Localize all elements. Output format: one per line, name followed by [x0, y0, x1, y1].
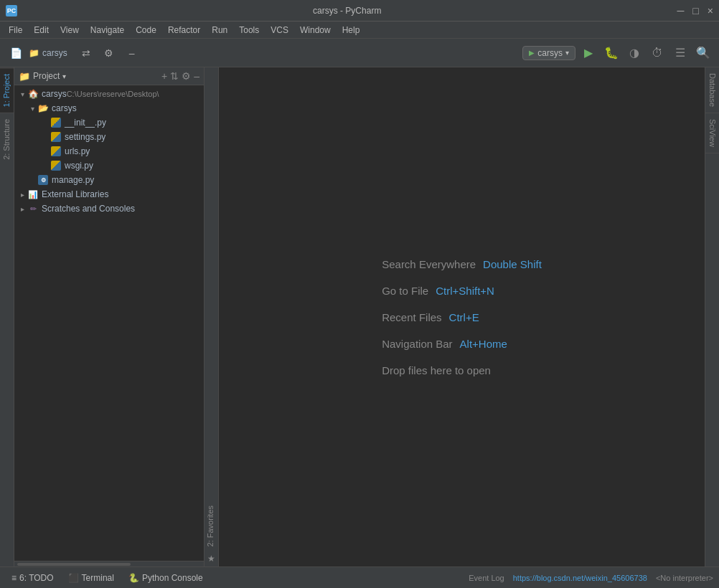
sidebar-header: 📁 Project ▾ + ⇅ ⚙ –: [14, 67, 204, 85]
menu-vcs[interactable]: VCS: [265, 24, 294, 37]
ext-lib-arrow-icon: ▸: [17, 191, 27, 199]
sync-folders-button[interactable]: ⇄: [76, 43, 96, 63]
todo-label: 6: TODO: [19, 573, 54, 583]
bottom-status: Event Log https://blog.csdn.net/weixin_4…: [469, 574, 713, 582]
sidebar-settings-button[interactable]: ⚙: [182, 70, 191, 82]
sciview-tab[interactable]: SciView: [705, 113, 719, 153]
project-tab[interactable]: 1: Project: [0, 67, 14, 113]
todo-tab[interactable]: ≡ 6: TODO: [6, 572, 60, 584]
recent-files-row: Recent Files Ctrl+E: [382, 311, 479, 323]
project-folder-icon: 📁: [29, 48, 39, 58]
editor-area: Search Everywhere Double Shift Go to Fil…: [219, 67, 705, 566]
coverage-button[interactable]: ◑: [624, 43, 644, 63]
debug-button[interactable]: 🐛: [601, 43, 621, 63]
menu-view[interactable]: View: [55, 24, 85, 37]
scroll-to-file-button[interactable]: ⇅: [170, 70, 179, 82]
menu-run[interactable]: Run: [206, 24, 233, 37]
structure-tab[interactable]: 2: Structure: [0, 113, 14, 166]
menu-code[interactable]: Code: [130, 24, 162, 37]
event-log-link[interactable]: Event Log: [469, 574, 504, 582]
sidebar-header-icons: + ⇅ ⚙ –: [161, 70, 199, 82]
left-tab-bar: 1: Project 2: Structure: [0, 67, 14, 566]
menu-refactor[interactable]: Refactor: [162, 24, 206, 37]
sidebar-scrollbar-thumb: [17, 563, 131, 566]
title-bar-left: PC: [6, 5, 17, 16]
terminal-icon: ⬛: [68, 573, 79, 583]
favorites-bar: 2: Favorites ★: [205, 67, 219, 566]
minimize-button[interactable]: ─: [677, 5, 684, 16]
title-bar-center: carsys - PyCharm: [313, 6, 381, 16]
run-config-dropdown[interactable]: ▶ carsys ▾: [522, 46, 575, 60]
goto-file-shortcut[interactable]: Ctrl+Shift+N: [436, 285, 494, 297]
drop-files-row: Drop files here to open: [382, 364, 491, 376]
settings-py-item[interactable]: settings.py: [14, 130, 204, 144]
run-config-chevron: ▾: [565, 49, 569, 57]
favorites-tab[interactable]: 2: Favorites: [205, 501, 218, 551]
new-scratch-button[interactable]: 📄: [6, 43, 26, 63]
root-arrow-icon: ▾: [17, 90, 27, 98]
scratches-label: Scratches and Consoles: [42, 204, 135, 214]
external-libraries-item[interactable]: ▸ 📊 External Libraries: [14, 187, 204, 201]
search-everywhere-row: Search Everywhere Double Shift: [382, 258, 542, 270]
search-everywhere-shortcut[interactable]: Double Shift: [483, 258, 542, 270]
maximize-button[interactable]: □: [692, 5, 698, 16]
recent-files-label: Recent Files: [382, 311, 441, 323]
menu-tools[interactable]: Tools: [233, 24, 265, 37]
title-bar: PC carsys - PyCharm ─ □ ×: [0, 0, 719, 22]
toolbar: 📄 📁 carsys ⇄ ⚙ – ▶ carsys ▾ ▶ 🐛 ◑ ⏱ ☰ 🔍: [0, 39, 719, 67]
init-py-item[interactable]: __init__.py: [14, 115, 204, 130]
run-config-name: carsys: [537, 48, 563, 58]
carsys-folder[interactable]: ▾ 📂 carsys: [14, 101, 204, 115]
carsys-folder-label: carsys: [52, 103, 77, 113]
menu-file[interactable]: File: [3, 24, 28, 37]
collapse-all-button[interactable]: –: [122, 43, 142, 63]
init-py-label: __init__.py: [65, 118, 106, 128]
title-bar-controls: ─ □ ×: [677, 5, 713, 16]
app-icon: PC: [6, 5, 17, 16]
tree-root[interactable]: ▾ 🏠 carsys C:\Users\reserve\Desktop\: [14, 87, 204, 101]
interpreter-status[interactable]: <No interpreter>: [656, 574, 713, 582]
wsgi-py-label: wsgi.py: [65, 161, 93, 171]
carsys-folder-arrow-icon: ▾: [27, 105, 37, 113]
urls-py-label: urls.py: [65, 146, 90, 156]
profile-button[interactable]: ⏱: [647, 43, 667, 63]
build-button[interactable]: ☰: [670, 43, 690, 63]
project-settings-button[interactable]: ⚙: [99, 43, 119, 63]
menu-edit[interactable]: Edit: [28, 24, 55, 37]
run-toolbar: ▶ carsys ▾ ▶ 🐛 ◑ ⏱ ☰ 🔍: [522, 43, 713, 63]
sidebar-collapse-button[interactable]: –: [194, 70, 199, 82]
add-content-root-button[interactable]: +: [161, 70, 167, 82]
wsgi-py-item[interactable]: wsgi.py: [14, 158, 204, 173]
menu-help[interactable]: Help: [337, 24, 366, 37]
terminal-tab[interactable]: ⬛ Terminal: [62, 572, 120, 584]
bottom-bar: ≡ 6: TODO ⬛ Terminal 🐍 Python Console Ev…: [0, 566, 719, 588]
menu-navigate[interactable]: Navigate: [85, 24, 130, 37]
search-everywhere-label: Search Everywhere: [382, 258, 476, 270]
sidebar-scrollbar[interactable]: [14, 561, 204, 566]
database-tab[interactable]: Database: [705, 67, 719, 113]
manage-py-item[interactable]: ⚙ manage.py: [14, 173, 204, 187]
urls-py-item[interactable]: urls.py: [14, 144, 204, 158]
close-button[interactable]: ×: [708, 5, 713, 16]
ext-lib-label: External Libraries: [42, 189, 108, 199]
nav-bar-row: Navigation Bar Alt+Home: [382, 338, 507, 350]
search-everywhere-toolbar[interactable]: 🔍: [693, 43, 713, 63]
bottom-tabs: ≡ 6: TODO ⬛ Terminal 🐍 Python Console: [6, 572, 209, 584]
folder-icon: 📁: [19, 71, 30, 82]
csdn-url[interactable]: https://blog.csdn.net/weixin_45606738: [513, 574, 647, 582]
favorites-star-icon[interactable]: ★: [205, 551, 218, 566]
nav-bar-shortcut[interactable]: Alt+Home: [460, 338, 507, 350]
menu-window[interactable]: Window: [294, 24, 337, 37]
recent-files-shortcut[interactable]: Ctrl+E: [449, 311, 479, 323]
scratches-item[interactable]: ▸ ✏ Scratches and Consoles: [14, 201, 204, 216]
python-console-tab[interactable]: 🐍 Python Console: [123, 572, 209, 584]
ext-lib-icon: 📊: [27, 189, 39, 200]
toolbar-project-name: carsys: [42, 48, 67, 58]
menu-bar: File Edit View Navigate Code Refactor Ru…: [0, 22, 719, 39]
run-button[interactable]: ▶: [578, 43, 598, 63]
goto-file-row: Go to File Ctrl+Shift+N: [382, 285, 494, 297]
sidebar-dropdown-icon[interactable]: ▾: [62, 72, 66, 80]
urls-py-icon: [50, 146, 62, 157]
wsgi-py-icon: [50, 160, 62, 171]
drop-files-text: Drop files here to open: [382, 364, 491, 376]
